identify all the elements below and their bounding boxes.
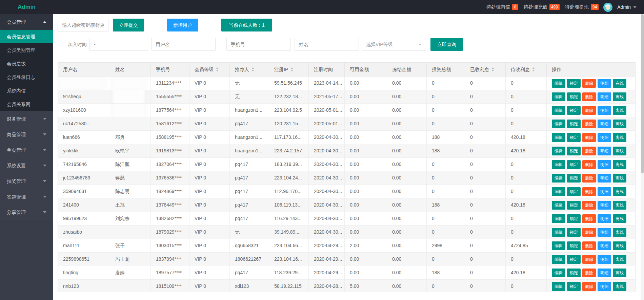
sort-icon[interactable]	[491, 67, 494, 71]
detail-button[interactable]: 明细	[598, 187, 611, 196]
detail-button[interactable]: 明细	[598, 147, 611, 155]
delete-button[interactable]: 删除	[582, 92, 596, 101]
pending-link[interactable]: 待处理内信0	[486, 4, 518, 10]
edit-button[interactable]: 编辑	[552, 147, 565, 155]
edit-button[interactable]: 编辑	[552, 106, 565, 115]
status-button[interactable]: 离线	[613, 120, 626, 128]
detail-button[interactable]: 明细	[598, 79, 611, 88]
lock-button[interactable]: 锁定	[567, 255, 581, 264]
status-button[interactable]: 在线	[613, 79, 626, 88]
sort-icon[interactable]	[290, 67, 293, 71]
delete-button[interactable]: 删除	[582, 201, 596, 210]
lock-button[interactable]: 锁定	[567, 201, 581, 210]
status-button[interactable]: 离线	[613, 201, 626, 210]
sidebar-item-系统内信[interactable]: 系统内信	[0, 84, 53, 98]
join-time-range-input[interactable]	[89, 38, 148, 51]
edit-button[interactable]: 编辑	[552, 160, 565, 169]
sidebar-group-单页管理[interactable]: 单页管理	[0, 142, 53, 158]
delete-button[interactable]: 删除	[582, 174, 596, 183]
delete-button[interactable]: 删除	[582, 133, 596, 142]
detail-button[interactable]: 明细	[598, 255, 611, 264]
edit-button[interactable]: 编辑	[552, 214, 565, 223]
detail-button[interactable]: 明细	[598, 201, 611, 210]
status-button[interactable]: 离线	[613, 174, 626, 183]
status-button[interactable]: 离线	[613, 214, 626, 223]
status-button[interactable]: 离线	[613, 228, 626, 237]
status-button[interactable]: 离线	[613, 147, 626, 155]
delete-button[interactable]: 删除	[582, 187, 596, 196]
pending-link[interactable]: 待处理提现94	[565, 4, 599, 10]
edit-button[interactable]: 编辑	[552, 241, 565, 250]
delete-button[interactable]: 删除	[582, 269, 596, 277]
lock-button[interactable]: 锁定	[567, 92, 581, 101]
sort-icon[interactable]	[532, 67, 535, 71]
lock-button[interactable]: 锁定	[567, 147, 581, 155]
delete-button[interactable]: 删除	[582, 241, 596, 250]
lock-button[interactable]: 锁定	[567, 214, 581, 223]
lock-button[interactable]: 锁定	[567, 269, 581, 277]
delete-button[interactable]: 删除	[582, 282, 596, 291]
lock-button[interactable]: 锁定	[567, 241, 581, 250]
add-user-button[interactable]: 新增用户	[167, 19, 198, 31]
username-filter-input[interactable]	[151, 38, 216, 51]
lock-button[interactable]: 锁定	[567, 106, 581, 115]
delete-button[interactable]: 删除	[582, 160, 596, 169]
sidebar-group-分享管理[interactable]: 分享管理	[0, 205, 53, 220]
edit-button[interactable]: 编辑	[552, 201, 565, 210]
edit-button[interactable]: 编辑	[552, 120, 565, 128]
delete-button[interactable]: 删除	[582, 120, 596, 128]
name-filter-input[interactable]	[295, 38, 359, 51]
pending-link[interactable]: 待处理充值499	[524, 4, 560, 10]
super-password-input[interactable]	[58, 19, 108, 31]
status-button[interactable]: 离线	[613, 282, 626, 291]
detail-button[interactable]: 明细	[598, 269, 611, 277]
sidebar-group-财务管理[interactable]: 财务管理	[0, 111, 53, 127]
detail-button[interactable]: 明细	[598, 228, 611, 237]
detail-button[interactable]: 明细	[598, 133, 611, 142]
lock-button[interactable]: 锁定	[567, 79, 581, 88]
page-scrollbar[interactable]	[641, 14, 644, 300]
sidebar-item-会员类别管理[interactable]: 会员类别管理	[0, 43, 53, 57]
lock-button[interactable]: 锁定	[567, 133, 581, 142]
delete-button[interactable]: 删除	[582, 228, 596, 237]
status-button[interactable]: 离线	[613, 241, 626, 250]
scrollbar-thumb[interactable]	[641, 14, 644, 173]
edit-button[interactable]: 编辑	[552, 133, 565, 142]
status-button[interactable]: 离线	[613, 269, 626, 277]
status-button[interactable]: 离线	[613, 187, 626, 196]
lock-button[interactable]: 锁定	[567, 228, 581, 237]
sidebar-group-抽奖管理[interactable]: 抽奖管理	[0, 173, 53, 189]
lock-button[interactable]: 锁定	[567, 187, 581, 196]
edit-button[interactable]: 编辑	[552, 187, 565, 196]
status-button[interactable]: 离线	[613, 133, 626, 142]
sidebar-group-会员管理[interactable]: 会员管理	[0, 14, 53, 30]
lock-button[interactable]: 锁定	[567, 120, 581, 128]
detail-button[interactable]: 明细	[598, 106, 611, 115]
detail-button[interactable]: 明细	[598, 241, 611, 250]
sidebar-group-答题管理[interactable]: 答题管理	[0, 189, 53, 205]
search-button[interactable]: 立即查询	[430, 38, 463, 51]
delete-button[interactable]: 删除	[582, 79, 596, 88]
vip-level-select[interactable]: 选择VIP等级	[362, 38, 426, 51]
delete-button[interactable]: 删除	[582, 106, 596, 115]
delete-button[interactable]: 删除	[582, 214, 596, 223]
sidebar-item-会员信息管理[interactable]: 会员信息管理	[0, 30, 53, 43]
submit-button[interactable]: 立即提交	[113, 19, 144, 31]
edit-button[interactable]: 编辑	[552, 269, 565, 277]
lock-button[interactable]: 锁定	[567, 174, 581, 183]
edit-button[interactable]: 编辑	[552, 174, 565, 183]
sidebar-item-会员层级[interactable]: 会员层级	[0, 57, 53, 70]
detail-button[interactable]: 明细	[598, 92, 611, 101]
delete-button[interactable]: 删除	[582, 255, 596, 264]
status-button[interactable]: 离线	[613, 92, 626, 101]
sort-icon[interactable]	[251, 67, 254, 71]
status-button[interactable]: 离线	[613, 160, 626, 169]
edit-button[interactable]: 编辑	[552, 92, 565, 101]
sidebar-item-会员登录日志[interactable]: 会员登录日志	[0, 70, 53, 84]
detail-button[interactable]: 明细	[598, 214, 611, 223]
sidebar-item-会员关系网[interactable]: 会员关系网	[0, 98, 53, 111]
edit-button[interactable]: 编辑	[552, 79, 565, 88]
sidebar-group-系统设置[interactable]: 系统设置	[0, 158, 53, 173]
user-avatar[interactable]	[603, 3, 612, 12]
lock-button[interactable]: 锁定	[567, 282, 581, 291]
